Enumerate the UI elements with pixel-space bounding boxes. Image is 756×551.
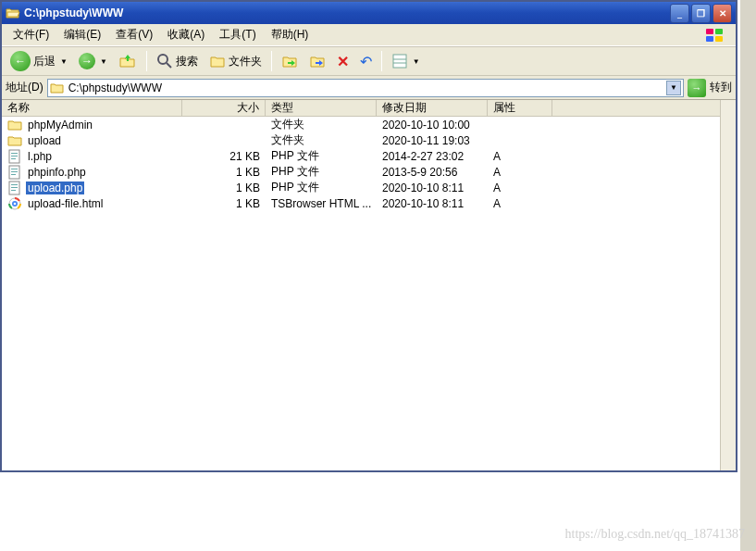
minimize-button[interactable]: _ xyxy=(670,4,689,23)
move-to-button[interactable] xyxy=(277,50,303,72)
file-size: 1 KB xyxy=(182,166,266,179)
file-size: 21 KB xyxy=(182,150,266,163)
file-row[interactable]: l.php21 KBPHP 文件2014-2-27 23:02A xyxy=(2,148,736,164)
php-icon xyxy=(7,165,22,180)
col-name[interactable]: 名称 xyxy=(2,100,182,116)
svg-rect-10 xyxy=(11,153,18,154)
svg-rect-20 xyxy=(11,190,16,191)
svg-rect-6 xyxy=(393,55,406,68)
file-mtime: 2013-5-9 20:56 xyxy=(377,166,488,179)
folder-up-icon xyxy=(118,52,137,70)
views-button[interactable]: ▼ xyxy=(387,50,425,72)
address-label: 地址(D) xyxy=(6,80,43,95)
svg-point-23 xyxy=(14,202,17,205)
back-arrow-icon: ← xyxy=(10,51,31,71)
file-mtime: 2020-10-10 8:11 xyxy=(377,197,488,210)
html-icon xyxy=(7,196,22,211)
folder-open-icon xyxy=(6,6,20,20)
file-type: PHP 文件 xyxy=(266,164,377,180)
views-icon xyxy=(391,53,408,69)
undo-icon: ↶ xyxy=(360,53,372,70)
chevron-down-icon: ▼ xyxy=(413,57,420,66)
chevron-down-icon: ▼ xyxy=(60,57,68,66)
php-icon xyxy=(7,181,22,195)
file-mtime: 2020-10-10 8:11 xyxy=(377,182,488,194)
col-type[interactable]: 类型 xyxy=(266,100,377,116)
file-list[interactable]: 名称 大小 类型 修改日期 属性 phpMyAdmin文件夹2020-10-10… xyxy=(2,100,736,470)
file-attr: A xyxy=(488,150,552,163)
toolbar: ← 后退 ▼ → ▼ 搜索 文件夹 ✕ ↶ ▼ xyxy=(2,46,736,76)
svg-rect-14 xyxy=(11,169,18,169)
move-icon xyxy=(281,53,298,69)
svg-rect-15 xyxy=(11,171,18,172)
undo-button[interactable]: ↶ xyxy=(355,50,377,72)
address-field[interactable]: ▼ xyxy=(47,79,684,97)
file-type: PHP 文件 xyxy=(266,180,377,195)
svg-rect-19 xyxy=(11,187,18,188)
search-icon xyxy=(156,53,173,69)
folders-icon xyxy=(209,53,226,69)
address-input[interactable] xyxy=(68,81,663,94)
col-attr[interactable]: 属性 xyxy=(488,100,552,116)
file-type: TSBrowser HTML ... xyxy=(266,197,377,210)
separator xyxy=(381,51,382,71)
up-button[interactable] xyxy=(114,50,142,72)
delete-button[interactable]: ✕ xyxy=(332,50,353,72)
col-mtime[interactable]: 修改日期 xyxy=(377,100,488,116)
file-row[interactable]: upload-file.html1 KBTSBrowser HTML ...20… xyxy=(2,195,736,211)
separator xyxy=(146,51,147,71)
svg-rect-16 xyxy=(11,174,16,175)
close-button[interactable]: ✕ xyxy=(713,4,732,23)
scrollbar[interactable] xyxy=(720,100,736,470)
file-name: upload-file.html xyxy=(26,197,105,210)
col-size[interactable]: 大小 xyxy=(182,100,266,116)
chevron-down-icon: ▼ xyxy=(100,57,107,66)
forward-button[interactable]: → ▼ xyxy=(74,50,112,72)
menu-tools[interactable]: 工具(T) xyxy=(212,25,263,44)
svg-rect-2 xyxy=(706,36,713,42)
menu-help[interactable]: 帮助(H) xyxy=(264,25,316,44)
file-name: phpinfo.php xyxy=(26,166,88,179)
svg-rect-18 xyxy=(11,184,18,185)
back-button[interactable]: ← 后退 ▼ xyxy=(6,50,72,72)
svg-rect-3 xyxy=(715,36,723,42)
addressbar: 地址(D) ▼ → 转到 xyxy=(2,76,736,100)
titlebar[interactable]: C:\phpstudy\WWW _ ❐ ✕ xyxy=(2,0,736,24)
file-attr: A xyxy=(488,166,552,179)
file-name: l.php xyxy=(26,150,54,163)
go-label: 转到 xyxy=(710,80,732,95)
search-button[interactable]: 搜索 xyxy=(152,50,203,72)
file-row[interactable]: upload文件夹2020-10-11 19:03 xyxy=(2,132,736,148)
file-attr: A xyxy=(488,197,552,210)
file-mtime: 2020-10-11 19:03 xyxy=(377,134,488,147)
file-mtime: 2020-10-10 10:00 xyxy=(377,119,488,131)
folders-button[interactable]: 文件夹 xyxy=(204,50,266,72)
menu-view[interactable]: 查看(V) xyxy=(108,25,160,44)
file-mtime: 2014-2-27 23:02 xyxy=(377,150,488,163)
folder-icon xyxy=(7,133,22,148)
search-label: 搜索 xyxy=(176,54,198,69)
svg-rect-1 xyxy=(715,29,723,34)
folder-open-icon xyxy=(50,81,65,95)
maximize-button[interactable]: ❐ xyxy=(691,4,711,23)
go-button[interactable]: → xyxy=(688,79,706,97)
menu-edit[interactable]: 编辑(E) xyxy=(56,25,108,44)
file-size: 1 KB xyxy=(182,197,266,210)
outer-scrollbar[interactable] xyxy=(740,0,756,551)
file-attr: A xyxy=(488,182,552,194)
back-label: 后退 xyxy=(33,54,56,69)
svg-line-5 xyxy=(167,63,171,68)
file-row[interactable]: phpMyAdmin文件夹2020-10-10 10:00 xyxy=(2,117,736,132)
address-dropdown[interactable]: ▼ xyxy=(666,81,681,95)
copy-to-button[interactable] xyxy=(304,50,330,72)
file-row[interactable]: phpinfo.php1 KBPHP 文件2013-5-9 20:56A xyxy=(2,164,736,180)
menu-file[interactable]: 文件(F) xyxy=(6,25,56,44)
folder-icon xyxy=(7,118,22,132)
folders-label: 文件夹 xyxy=(229,54,262,69)
forward-arrow-icon: → xyxy=(79,53,95,69)
file-type: PHP 文件 xyxy=(266,148,377,164)
file-name: upload xyxy=(26,134,63,147)
file-row[interactable]: upload.php1 KBPHP 文件2020-10-10 8:11A xyxy=(2,180,736,195)
separator xyxy=(271,51,272,71)
menu-favorites[interactable]: 收藏(A) xyxy=(160,25,212,44)
